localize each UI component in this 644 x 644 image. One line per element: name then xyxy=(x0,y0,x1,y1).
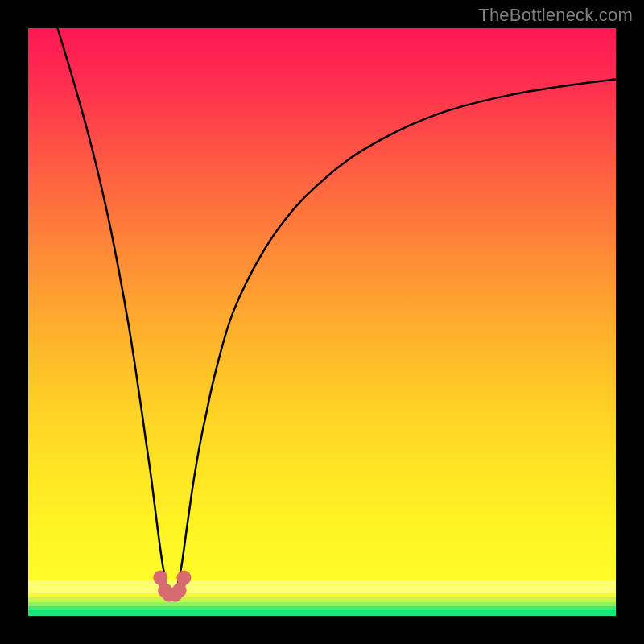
chart-root: TheBottleneck.com xyxy=(0,0,644,644)
ideal-range-connector xyxy=(160,578,184,595)
watermark-text: TheBottleneck.com xyxy=(478,5,633,26)
plot-area xyxy=(28,28,616,616)
marker-layer xyxy=(28,28,616,616)
